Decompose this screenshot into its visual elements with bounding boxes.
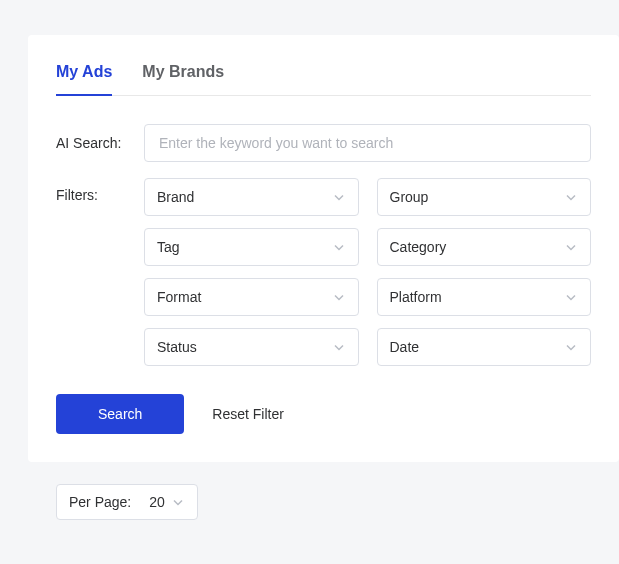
filters-label: Filters:: [56, 178, 144, 203]
chevron-down-icon: [332, 190, 346, 204]
filter-label: Format: [157, 289, 201, 305]
chevron-down-icon: [564, 340, 578, 354]
filter-platform[interactable]: Platform: [377, 278, 592, 316]
filter-label: Category: [390, 239, 447, 255]
chevron-down-icon: [564, 290, 578, 304]
tab-my-ads[interactable]: My Ads: [56, 63, 112, 95]
filter-status[interactable]: Status: [144, 328, 359, 366]
per-page-select[interactable]: Per Page: 20: [56, 484, 198, 520]
filter-label: Brand: [157, 189, 194, 205]
filter-category[interactable]: Category: [377, 228, 592, 266]
chevron-down-icon: [564, 190, 578, 204]
search-label: AI Search:: [56, 135, 144, 151]
filters-row: Filters: Brand Group Tag Category Format: [56, 178, 591, 366]
per-page-value: 20: [149, 494, 165, 510]
reset-filter-button[interactable]: Reset Filter: [212, 406, 284, 422]
filter-label: Date: [390, 339, 420, 355]
filter-card: My Ads My Brands AI Search: Filters: Bra…: [28, 35, 619, 462]
chevron-down-icon: [332, 290, 346, 304]
filter-label: Group: [390, 189, 429, 205]
filter-date[interactable]: Date: [377, 328, 592, 366]
buttons-row: Search Reset Filter: [56, 394, 591, 434]
filter-label: Status: [157, 339, 197, 355]
chevron-down-icon: [171, 495, 185, 509]
tab-my-brands[interactable]: My Brands: [142, 63, 224, 95]
filters-grid: Brand Group Tag Category Format Platform: [144, 178, 591, 366]
filter-tag[interactable]: Tag: [144, 228, 359, 266]
chevron-down-icon: [564, 240, 578, 254]
filter-label: Tag: [157, 239, 180, 255]
tabs: My Ads My Brands: [56, 63, 591, 96]
search-input[interactable]: [144, 124, 591, 162]
search-button[interactable]: Search: [56, 394, 184, 434]
filter-group[interactable]: Group: [377, 178, 592, 216]
filter-label: Platform: [390, 289, 442, 305]
chevron-down-icon: [332, 240, 346, 254]
search-row: AI Search:: [56, 124, 591, 162]
per-page-label: Per Page:: [69, 494, 131, 510]
chevron-down-icon: [332, 340, 346, 354]
filter-format[interactable]: Format: [144, 278, 359, 316]
filter-brand[interactable]: Brand: [144, 178, 359, 216]
